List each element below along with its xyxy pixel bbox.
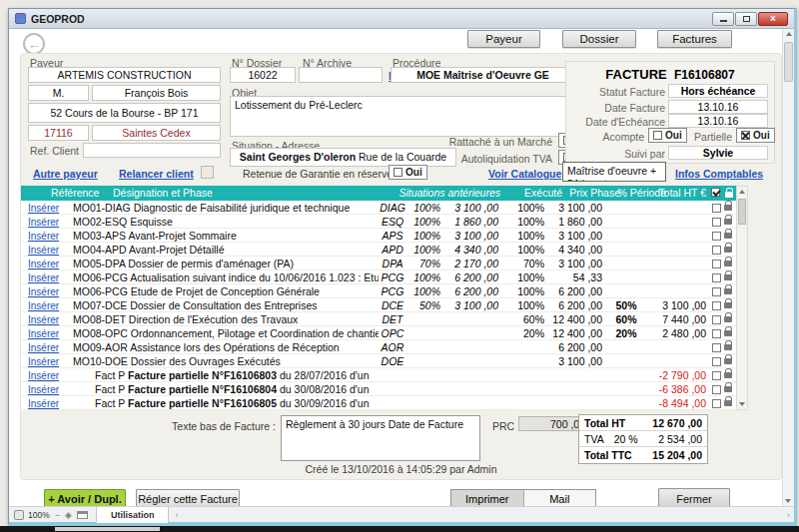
execute-pct-cell[interactable]: 100% — [502, 202, 548, 215]
prix-phase-cell[interactable]: 6 200 ,00 — [548, 299, 606, 312]
window-scrollbar-thumb[interactable] — [784, 42, 793, 82]
prix-phase-cell[interactable]: 3 100 ,00 — [548, 355, 606, 368]
window-scrollbar[interactable] — [782, 29, 794, 506]
prix-phase-cell[interactable]: 1 860 ,00 — [548, 216, 606, 229]
maximize-button[interactable] — [735, 12, 757, 26]
garantie-checkbox-icon[interactable] — [394, 168, 402, 177]
window-scroll-up-icon[interactable] — [786, 32, 792, 36]
execute-pct-cell[interactable]: 20% — [502, 327, 548, 340]
insert-link[interactable]: Insérer — [21, 271, 61, 284]
factures-nav-button[interactable]: Factures — [657, 30, 732, 48]
execute-pct-cell[interactable]: 100% — [502, 285, 548, 298]
row-checkbox[interactable] — [712, 260, 721, 268]
autre-payeur-link[interactable]: Autre payeur — [33, 168, 98, 180]
insert-link[interactable]: Insérer — [21, 230, 61, 243]
designation-cell[interactable]: MO06-PCG Actualisation suivant indice du… — [61, 271, 379, 284]
catalogue-dropdown[interactable]: Maîtrise d'oeuvre + Bâtiment — [562, 162, 666, 182]
execute-pct-cell[interactable]: 70% — [502, 258, 548, 270]
designation-cell[interactable]: MO10-DOE Dossier des Ouvrages Exécutés — [61, 355, 379, 368]
insert-link[interactable]: Insérer — [21, 299, 61, 312]
payeur-nav-button[interactable]: Payeur — [467, 30, 540, 48]
procedure-field[interactable]: MOE Maîtrise d'Oeuvre GE — [391, 67, 575, 83]
execute-pct-cell[interactable]: 100% — [502, 244, 548, 257]
insert-link[interactable]: Insérer — [21, 327, 61, 340]
utilisation-tab[interactable]: Utilisation — [96, 507, 170, 523]
row-checkbox[interactable] — [712, 329, 721, 338]
designation-cell[interactable]: MO06-PCG Etude de Projet de Conception G… — [61, 285, 379, 298]
prix-phase-cell[interactable]: 54 ,33 — [548, 271, 606, 284]
zoom-target-icon[interactable]: ◈ — [65, 510, 72, 520]
periode-pct-cell[interactable]: 50% — [606, 299, 650, 312]
date-facture-field[interactable]: 13.10.16 — [668, 100, 768, 114]
insert-link[interactable]: Insérer — [21, 383, 61, 396]
row-checkbox[interactable] — [712, 357, 721, 366]
close-button[interactable]: × — [758, 12, 788, 26]
relance-checkbox[interactable] — [201, 166, 214, 179]
prix-phase-cell[interactable]: 12 400 ,00 — [548, 327, 606, 340]
row-checkbox[interactable] — [712, 232, 721, 241]
scrollbar-thumb[interactable] — [738, 199, 746, 225]
payer-contact-field[interactable]: François Bois — [92, 85, 221, 101]
prix-phase-cell[interactable]: 12 400 ,00 — [548, 313, 606, 326]
row-checkbox[interactable] — [712, 204, 721, 213]
row-checkbox[interactable] — [712, 273, 721, 282]
dossier-number-field[interactable]: 16022 — [230, 67, 296, 83]
row-checkbox[interactable] — [712, 371, 721, 380]
prix-phase-cell[interactable]: 6 200 ,00 — [548, 285, 606, 298]
back-button[interactable]: ← — [23, 33, 45, 55]
execute-pct-cell[interactable]: 100% — [502, 230, 548, 243]
partielle-checkbox-icon[interactable] — [741, 131, 750, 140]
statut-field[interactable]: Hors échéance — [668, 84, 768, 98]
zoom-level[interactable]: 100% — [28, 510, 50, 520]
prix-phase-cell[interactable]: 3 100 ,00 — [548, 258, 606, 270]
designation-cell[interactable]: MO05-DPA Dossier de permis d'aménager (P… — [61, 258, 379, 270]
execute-pct-cell[interactable]: 100% — [502, 216, 548, 229]
tab-scroll-right-icon[interactable]: › — [787, 510, 790, 520]
row-checkbox[interactable] — [712, 385, 721, 394]
window-mode-icon[interactable] — [77, 511, 88, 519]
minimize-button[interactable] — [712, 12, 734, 26]
partielle-oui-checkbox[interactable]: Oui — [736, 128, 775, 143]
insert-link[interactable]: Insérer — [21, 216, 61, 229]
execute-pct-cell[interactable]: 60% — [502, 313, 548, 326]
payer-city-field[interactable]: Saintes Cedex — [92, 125, 221, 141]
dossier-nav-button[interactable]: Dossier — [562, 30, 636, 48]
header-prix[interactable]: Prix Phase — [569, 187, 620, 199]
payer-name-field[interactable]: ARTEMIS CONSTRUCTION — [28, 67, 221, 83]
header-reference[interactable]: Référence — [51, 187, 99, 199]
infos-comptables-link[interactable]: Infos Comptables — [675, 168, 763, 180]
prix-phase-cell[interactable]: 4 340 ,00 — [548, 244, 606, 257]
insert-link[interactable]: Insérer — [21, 313, 61, 326]
execute-pct-cell[interactable]: 100% — [502, 299, 548, 312]
select-all-checkbox[interactable] — [711, 188, 720, 197]
imprimer-button[interactable]: Imprimer — [451, 490, 524, 507]
insert-link[interactable]: Insérer — [21, 244, 61, 257]
row-checkbox[interactable] — [712, 343, 721, 352]
row-checkbox[interactable] — [712, 246, 721, 255]
insert-link[interactable]: Insérer — [21, 285, 61, 298]
window-scroll-down-icon[interactable] — [785, 499, 791, 503]
texte-bas-textarea[interactable]: Règlement à 30 jours Date de Facture — [281, 415, 480, 461]
insert-link[interactable]: Insérer — [21, 258, 61, 270]
relancer-client-link[interactable]: Relancer client — [119, 168, 194, 180]
row-checkbox[interactable] — [712, 287, 721, 296]
insert-link[interactable]: Insérer — [21, 397, 61, 410]
designation-cell[interactable]: MO04-APD Avant-Projet Détaillé — [61, 244, 379, 257]
client-ref-field[interactable] — [83, 143, 221, 158]
row-checkbox[interactable] — [712, 399, 721, 408]
prix-phase-cell[interactable]: 3 100 ,00 — [548, 202, 606, 215]
suivi-field[interactable]: Sylvie — [668, 146, 768, 160]
designation-cell[interactable]: MO02-ESQ Esquisse — [61, 216, 379, 229]
designation-cell[interactable]: MO07-DCE Dossier de Consultation des Ent… — [61, 299, 379, 312]
payer-civility-field[interactable]: M. — [28, 85, 89, 101]
prix-phase-cell[interactable]: 3 100 ,00 — [548, 230, 606, 243]
row-checkbox[interactable] — [712, 315, 721, 324]
payer-zip-field[interactable]: 17116 — [28, 125, 89, 141]
periode-pct-cell[interactable]: 20% — [606, 327, 650, 340]
voir-catalogue-link[interactable]: Voir Catalogue — [488, 168, 561, 180]
payer-address-field[interactable]: 52 Cours de la Bourse - BP 171 — [28, 103, 221, 123]
designation-cell[interactable]: MO08-DET Direction de l'Exécution des Tr… — [61, 313, 379, 326]
window-titlebar[interactable]: GEOPROD × — [9, 9, 794, 29]
record-lock-icon[interactable] — [14, 510, 24, 520]
scroll-down-icon[interactable] — [739, 402, 745, 406]
